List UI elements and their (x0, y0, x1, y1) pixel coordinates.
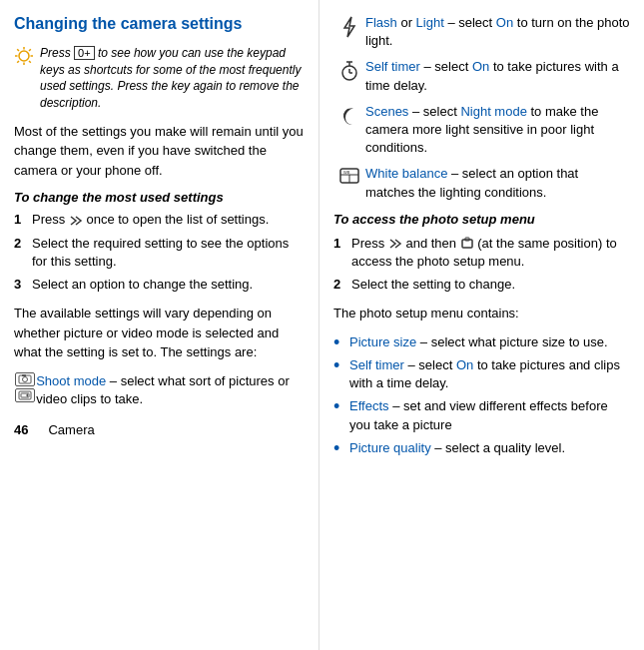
svg-point-0 (19, 51, 29, 61)
bullet-dot: • (333, 356, 343, 374)
right-column: Flash or Light – select On to turn on th… (320, 0, 644, 650)
svg-marker-15 (344, 17, 354, 37)
night-mode-link: Night mode (460, 104, 526, 119)
wb-link: White balance (365, 166, 447, 181)
body-para1: Most of the settings you make will remai… (14, 122, 305, 181)
shoot-mode-text: Shoot mode – select what sort of picture… (36, 372, 305, 408)
bullet-text: Self timer – select On to take pictures … (349, 356, 630, 392)
body-para3: The photo setup menu contains: (333, 304, 630, 324)
right-settings-list: Flash or Light – select On to turn on th… (333, 14, 630, 202)
flash-link: Flash (365, 15, 397, 30)
steps2-list: 1 Press and then (at the same position) … (333, 235, 630, 295)
effects-link: Effects (349, 398, 389, 413)
tip-text: Press 0+ to see how you can use the keyp… (40, 45, 305, 112)
timer-text: Self timer – select On to take pictures … (365, 58, 630, 94)
page-title: Changing the camera settings (14, 14, 305, 35)
flash-text: Flash or Light – select On to turn on th… (365, 14, 630, 50)
settings-list: Shoot mode – select what sort of picture… (14, 372, 305, 408)
step-text: Press once to open the list of settings. (32, 211, 269, 229)
flash-item: Flash or Light – select On to turn on th… (333, 14, 630, 50)
flash-icon (339, 16, 359, 38)
step-num: 3 (14, 276, 30, 294)
wb-text: White balance – select an option that ma… (365, 165, 630, 201)
bullet-text: Picture quality – select a quality level… (349, 439, 565, 457)
flash-icon-wrap (333, 14, 365, 38)
self-timer-on: On (456, 357, 473, 372)
step2-2: 2 Select the setting to change. (333, 276, 630, 294)
step-3: 3 Select an option to change the setting… (14, 276, 305, 294)
icon-box-top (15, 372, 35, 386)
step-num: 2 (14, 235, 30, 253)
shoot-mode-item: Shoot mode – select what sort of picture… (14, 372, 305, 408)
timer-on: On (472, 59, 489, 74)
tip-icon (14, 46, 34, 66)
page-footer: 46 Camera (14, 422, 305, 437)
bullet-self-timer: • Self timer – select On to take picture… (333, 356, 630, 392)
section-title1: To change the most used settings (14, 190, 305, 205)
footer-label: Camera (48, 422, 94, 437)
page-number: 46 (14, 422, 28, 437)
step2-text: Select the setting to change. (351, 276, 515, 294)
pic-quality-link: Picture quality (349, 440, 431, 455)
bullet-text: Effects – set and view different effects… (349, 397, 630, 433)
svg-line-6 (29, 61, 31, 63)
self-timer-item: Self timer – select On to take pictures … (333, 58, 630, 94)
pic-size-link: Picture size (349, 334, 416, 349)
steps-list: 1 Press once to open the list of setting… (14, 211, 305, 294)
self-timer-link: Self timer (349, 357, 404, 372)
bullet-dot: • (333, 439, 343, 457)
timer-icon-wrap (333, 58, 365, 82)
wb-icon-wrap: WB (333, 165, 365, 189)
bullet-dot: • (333, 397, 343, 415)
icon-box-bottom (15, 388, 35, 402)
step2-1: 1 Press and then (at the same position) … (333, 235, 630, 271)
step2-num: 2 (333, 276, 349, 294)
body-para2: The available settings will vary dependi… (14, 304, 305, 362)
step-2: 2 Select the required setting to see the… (14, 235, 305, 271)
moon-icon (339, 105, 359, 127)
flash-on: On (496, 15, 513, 30)
scenes-item: Scenes – select Night mode to make the c… (333, 103, 630, 158)
scenes-link: Scenes (365, 104, 408, 119)
bullet-picture-size: • Picture size – select what picture siz… (333, 333, 630, 351)
step2-text: Press and then (at the same position) to… (351, 235, 630, 271)
step-num: 1 (14, 211, 30, 229)
bullet-text: Picture size – select what picture size … (349, 333, 608, 351)
svg-text:WB: WB (343, 170, 350, 175)
timer-icon (338, 60, 360, 82)
tip-box: Press 0+ to see how you can use the keyp… (14, 45, 305, 112)
step2-num: 1 (333, 235, 349, 253)
scenes-text: Scenes – select Night mode to make the c… (365, 103, 630, 158)
svg-line-7 (29, 49, 31, 51)
bullet-list: • Picture size – select what picture siz… (333, 333, 630, 457)
svg-rect-11 (22, 374, 26, 376)
wb-icon: WB (338, 167, 360, 189)
shoot-mode-link: Shoot mode (36, 373, 106, 388)
light-link: Light (416, 15, 444, 30)
step-1: 1 Press once to open the list of setting… (14, 211, 305, 229)
shoot-mode-icon (14, 372, 36, 402)
left-column: Changing the camera settings Press 0 (0, 0, 320, 650)
svg-marker-14 (26, 393, 28, 397)
bullet-effects: • Effects – set and view different effec… (333, 397, 630, 433)
bullet-dot: • (333, 333, 343, 351)
timer-link: Self timer (365, 59, 420, 74)
wb-item: WB White balance – select an option that… (333, 165, 630, 201)
svg-point-10 (23, 376, 28, 381)
section-title2: To access the photo setup menu (333, 212, 630, 227)
step-text: Select the required setting to see the o… (32, 235, 305, 271)
step-text: Select an option to change the setting. (32, 276, 253, 294)
bullet-picture-quality: • Picture quality – select a quality lev… (333, 439, 630, 457)
svg-line-8 (17, 61, 19, 63)
moon-icon-wrap (333, 103, 365, 127)
page: Changing the camera settings Press 0 (0, 0, 644, 650)
svg-line-5 (17, 49, 19, 51)
